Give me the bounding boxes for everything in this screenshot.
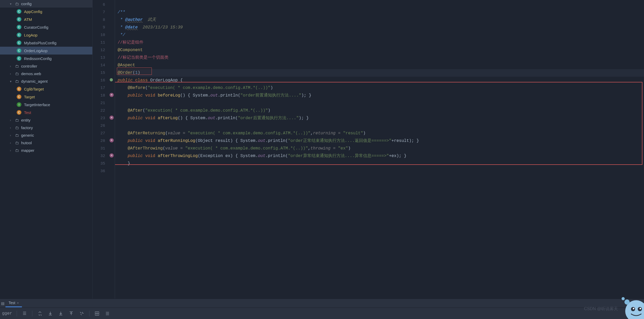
- tree-folder-config[interactable]: ▾🗀config: [0, 0, 92, 8]
- close-icon[interactable]: ×: [17, 301, 19, 305]
- truncated-label: gger: [2, 311, 12, 316]
- tree-label: generic: [21, 133, 34, 137]
- highlight-box-body: [115, 82, 642, 165]
- chevron-right-icon: ›: [10, 149, 14, 152]
- tree-class-orderlogaop[interactable]: COrderLogAop: [0, 47, 92, 55]
- code-line: /**: [118, 9, 644, 16]
- tree-label: config: [21, 2, 32, 6]
- svg-point-6: [624, 299, 630, 305]
- chevron-right-icon: ›: [10, 126, 14, 130]
- class-icon: C: [17, 17, 21, 22]
- tab-label: Test: [9, 301, 15, 305]
- bean-gutter-icon[interactable]: ⬤: [110, 78, 114, 82]
- interface-icon: I: [17, 102, 21, 107]
- tree-label: ATM: [24, 17, 32, 22]
- code-line: * @author 武天: [118, 16, 644, 24]
- grid-icon[interactable]: [94, 311, 100, 316]
- method-gutter-icon[interactable]: m: [110, 93, 114, 97]
- code-line-current: @Order(1): [118, 69, 644, 77]
- chevron-right-icon: ›: [10, 118, 14, 122]
- tree-class-target[interactable]: CTarget: [0, 93, 92, 101]
- folder-icon: 🗀: [15, 79, 19, 83]
- tree-label: RedissonConfig: [24, 56, 52, 61]
- class-icon: C: [17, 33, 21, 37]
- download-2-icon[interactable]: [58, 311, 64, 316]
- tree-label: controller: [21, 64, 37, 68]
- method-gutter-icon[interactable]: m: [110, 116, 114, 120]
- project-tree[interactable]: ▾🗀config CAppConfig CATM CCuratorConfig …: [0, 0, 93, 299]
- highlight-box-order: [117, 68, 152, 75]
- step-into-icon[interactable]: [79, 311, 85, 316]
- main-layout: ▾🗀config CAppConfig CATM CCuratorConfig …: [0, 0, 644, 299]
- tree-label: OrderLogAop: [24, 49, 47, 53]
- method-gutter-icon[interactable]: m: [110, 138, 114, 142]
- tree-class-redissonconfig[interactable]: CRedissonConfig: [0, 55, 92, 62]
- tree-label: LogAop: [24, 33, 38, 37]
- folder-icon: 🗀: [15, 71, 19, 76]
- chevron-right-icon: ›: [10, 134, 14, 137]
- tree-label: CuratorConfig: [24, 25, 48, 29]
- bottom-tab-test[interactable]: Test×: [5, 299, 22, 307]
- folder-icon: 🗀: [15, 118, 19, 122]
- class-icon: C: [17, 48, 21, 53]
- tree-interface-targetinterface[interactable]: ITargetInterface: [0, 101, 92, 109]
- tree-folder-controller[interactable]: ›🗀controller: [0, 62, 92, 70]
- tab-file-icon: ▤: [1, 301, 4, 305]
- separator: [89, 311, 89, 316]
- folder-icon: 🗀: [15, 133, 19, 137]
- class-icon: C: [17, 110, 21, 115]
- tree-class-atm[interactable]: CATM: [0, 15, 92, 23]
- step-out-up-icon[interactable]: [37, 311, 43, 316]
- tree-label: AppConfig: [24, 9, 42, 14]
- upload-icon[interactable]: [68, 311, 74, 316]
- chevron-down-icon: ▾: [10, 80, 14, 83]
- tree-class-cglibtarget[interactable]: CCglibTarget: [0, 85, 92, 93]
- code-line: //标记是组件: [118, 39, 644, 46]
- bottom-tabs[interactable]: ▤ Test×: [0, 299, 644, 308]
- editor-pane[interactable]: 678910 1112131415 1617182122 2326272831 …: [93, 0, 644, 299]
- tree-label: dynamic_agent: [21, 79, 48, 83]
- code-line: [118, 1, 644, 9]
- tree-label: demos.web: [21, 71, 41, 76]
- class-icon: C: [17, 25, 21, 29]
- tree-folder-dynamicagent[interactable]: ▾🗀dynamic_agent: [0, 77, 92, 85]
- fold-column: ⬤ m m m m: [109, 0, 115, 299]
- svg-point-7: [622, 297, 625, 300]
- code-line: [118, 167, 644, 175]
- download-icon[interactable]: [47, 311, 53, 316]
- class-icon: C: [17, 87, 21, 91]
- svg-point-4: [633, 308, 634, 309]
- tree-label: Test: [24, 110, 31, 115]
- bottom-toolbar: gger ☰: [0, 308, 644, 319]
- tree-label: entity: [21, 118, 31, 122]
- method-gutter-icon[interactable]: m: [110, 153, 114, 158]
- stack-icon[interactable]: ☰: [22, 311, 27, 316]
- svg-point-5: [640, 308, 641, 309]
- chevron-right-icon: ›: [10, 72, 14, 76]
- code-line: */: [118, 31, 644, 39]
- tree-label: MybatisPlusConfig: [24, 41, 56, 45]
- tree-folder-entity[interactable]: ›🗀entity: [0, 116, 92, 124]
- separator: [17, 311, 17, 316]
- code-area[interactable]: /** * @author 武天 * @date 2023/11/23 15:3…: [115, 0, 644, 299]
- tree-folder-mapper[interactable]: ›🗀mapper: [0, 147, 92, 154]
- class-icon: C: [17, 94, 21, 99]
- tree-label: mapper: [21, 148, 34, 153]
- code-line: @Aspect: [118, 62, 644, 69]
- tree-label: factory: [21, 125, 33, 130]
- code-line: //标记当前类是一个切面类: [118, 54, 644, 62]
- tree-class-mybatisplusconfig[interactable]: CMybatisPlusConfig: [0, 39, 92, 47]
- tree-folder-factory[interactable]: ›🗀factory: [0, 124, 92, 131]
- tree-class-logaop[interactable]: CLogAop: [0, 31, 92, 39]
- code-line: @Component: [118, 46, 644, 54]
- tree-class-test[interactable]: CTest: [0, 109, 92, 116]
- separator: [32, 311, 32, 316]
- tree-class-curatorconfig[interactable]: CCuratorConfig: [0, 23, 92, 31]
- list-icon[interactable]: [105, 311, 110, 316]
- tree-folder-generic[interactable]: ›🗀generic: [0, 131, 92, 139]
- folder-icon: 🗀: [15, 2, 19, 6]
- class-icon: C: [17, 40, 21, 45]
- tree-folder-hutool[interactable]: ›🗀hutool: [0, 139, 92, 147]
- tree-folder-demosweb[interactable]: ›🗀demos.web: [0, 70, 92, 77]
- tree-class-appconfig[interactable]: CAppConfig: [0, 8, 92, 15]
